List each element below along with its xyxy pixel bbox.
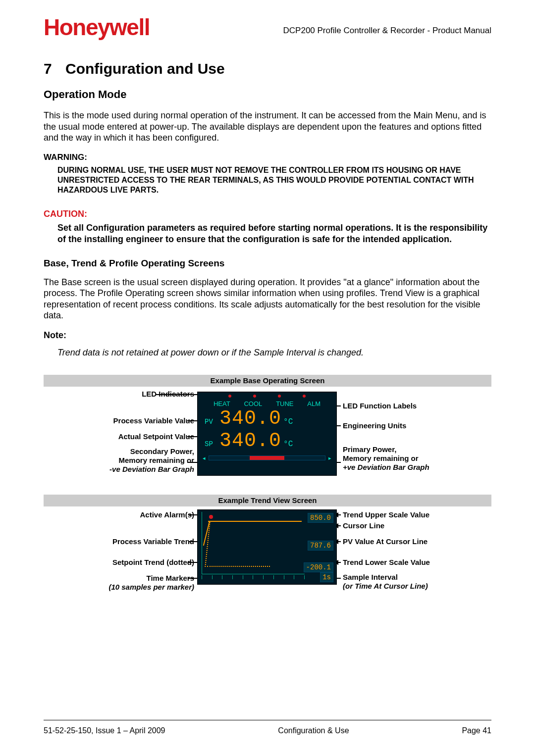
callout-cursor-line: Cursor Line	[343, 521, 384, 530]
screens-heading: Base, Trend & Profile Operating Screens	[44, 258, 491, 269]
footer-left: 51-52-25-150, Issue 1 – April 2009	[44, 726, 165, 735]
led-dots	[198, 392, 336, 400]
deviation-bar	[209, 455, 325, 460]
sample-interval-value: 1s	[320, 572, 333, 582]
fn-tune: TUNE	[276, 400, 293, 407]
sp-label: SP	[205, 440, 219, 448]
callout-pv-trend: Process Variable Trend	[112, 537, 194, 546]
caution-label: CAUTION:	[44, 209, 491, 219]
trend-chart	[202, 512, 305, 574]
pv-unit: °C	[283, 417, 293, 426]
brand-logo: Honeywell	[44, 14, 150, 41]
sp-unit: °C	[283, 440, 293, 449]
sp-row: SP 340.0 °C	[198, 430, 336, 452]
callout-secondary-power: Secondary Power, Memory remaining or -ve…	[109, 447, 194, 474]
section-heading: 7Configuration and Use	[44, 60, 491, 77]
callout-led-fn: LED Function Labels	[343, 402, 417, 410]
footer-center: Configuration & Use	[278, 726, 349, 735]
note-label: Note:	[44, 330, 491, 341]
pv-label: PV	[205, 418, 219, 426]
footer-right: Page 41	[462, 726, 491, 735]
pv-value: 340.0	[219, 407, 281, 430]
callout-primary-power: Primary Power, Memory remaining or +ve D…	[343, 445, 429, 472]
fn-heat: HEAT	[214, 400, 230, 407]
operation-mode-body: This is the mode used during normal oper…	[44, 110, 491, 144]
manual-subtitle: DCP200 Profile Controller & Recorder - P…	[283, 26, 491, 36]
sp-value: 340.0	[219, 430, 281, 452]
callout-sp-value: Actual Setpoint Value	[118, 432, 194, 441]
callout-sample-l2: (or Time At Cursor Line)	[343, 582, 428, 590]
callout-secondary-l2: Memory remaining or	[118, 456, 194, 464]
pv-cursor-value: 787.6	[308, 541, 333, 551]
bar-row: ◂▸	[198, 452, 336, 461]
callout-primary-l2: Memory remaining or	[343, 454, 419, 462]
pv-row: PV 340.0 °C	[198, 407, 336, 430]
callout-secondary-l3: -ve Deviation Bar Graph	[109, 465, 194, 473]
base-diagram: LED Indicators Process Variable Value Ac…	[44, 389, 491, 488]
fn-alm: ALM	[307, 400, 321, 407]
callout-eng-units: Engineering Units	[343, 421, 406, 430]
screens-body: The Base screen is the usual screen disp…	[44, 277, 491, 321]
callout-lower-scale: Trend Lower Scale Value	[343, 558, 430, 567]
note-body: Trend data is not retained at power down…	[44, 348, 491, 358]
callout-sample-interval: Sample Interval (or Time At Cursor Line)	[343, 573, 428, 591]
trend-diagram: Active Alarm(s) Process Variable Trend S…	[44, 508, 491, 600]
callout-sp-trend: Setpoint Trend (dotted)	[112, 558, 194, 567]
section-number: 7	[44, 60, 65, 77]
warning-label: WARNING:	[44, 152, 491, 162]
footer-divider	[44, 720, 491, 720]
fn-cool: COOL	[244, 400, 262, 407]
upper-scale-value: 850.0	[308, 513, 333, 523]
callout-pv-value: Process Variable Value	[113, 416, 194, 425]
alarm-dot-icon	[209, 515, 213, 519]
callout-active-alarm: Active Alarm(s)	[140, 510, 194, 519]
operation-mode-heading: Operation Mode	[44, 88, 491, 101]
fn-labels: HEAT COOL TUNE ALM	[198, 400, 336, 407]
callout-time-markers: Time Markers (10 samples per marker)	[108, 574, 194, 592]
trend-diagram-title: Example Trend View Screen	[44, 495, 491, 506]
caution-body: Set all Configuration parameters as requ…	[44, 222, 491, 245]
time-ticks	[202, 575, 305, 579]
callout-sample-l1: Sample Interval	[343, 573, 398, 581]
warning-body: DURING NORMAL USE, THE USER MUST NOT REM…	[44, 165, 491, 195]
page-footer: 51-52-25-150, Issue 1 – April 2009 Confi…	[44, 726, 491, 735]
section-title: Configuration and Use	[65, 60, 225, 77]
callout-time-markers-l1: Time Markers	[147, 574, 194, 582]
trend-screen-mock: 850.0 787.6 -200.1 1s	[197, 509, 337, 585]
lower-scale-value: -200.1	[304, 562, 333, 572]
callout-primary-l1: Primary Power,	[343, 445, 396, 454]
callout-pv-cursor: PV Value At Cursor Line	[343, 537, 428, 546]
base-diagram-title: Example Base Operating Screen	[44, 375, 491, 387]
callout-secondary-l1: Secondary Power,	[130, 447, 194, 455]
callout-primary-l3: +ve Deviation Bar Graph	[343, 463, 429, 471]
base-screen-mock: HEAT COOL TUNE ALM PV 340.0 °C SP 340.0 …	[197, 392, 337, 476]
callout-upper-scale: Trend Upper Scale Value	[343, 510, 429, 519]
callout-time-markers-l2: (10 samples per marker)	[108, 583, 194, 591]
